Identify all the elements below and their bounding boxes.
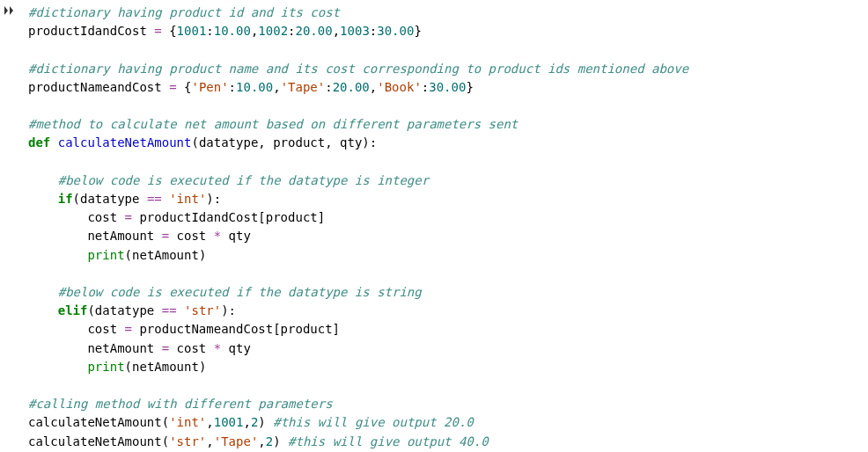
token-nm: , <box>370 80 377 94</box>
code-line[interactable]: cost = productNameandCost[product] <box>28 320 868 339</box>
token-op: = <box>162 341 169 355</box>
code-area[interactable]: #dictionary having product id and its co… <box>18 0 868 452</box>
token-op: == <box>147 192 162 206</box>
token-num: 1003 <box>340 24 370 38</box>
code-line[interactable]: if(datatype == 'int'): <box>28 190 868 208</box>
code-line[interactable] <box>28 376 868 395</box>
token-nm: , <box>243 415 250 429</box>
code-line[interactable]: productIdandCost = {1001:10.00,1002:20.0… <box>28 22 868 40</box>
token-str: 'Tape' <box>281 80 326 94</box>
token-str: 'str' <box>169 434 206 448</box>
token-nm <box>28 248 87 262</box>
token-kw: def <box>28 135 50 149</box>
code-line[interactable]: calculateNetAmount('int',1001,2) #this w… <box>28 413 868 432</box>
token-nm <box>177 303 184 317</box>
token-nm: ) <box>273 434 288 448</box>
token-c: #this will give output 40.0 <box>288 434 489 448</box>
token-nm: (datatype <box>87 303 161 317</box>
code-line[interactable]: elif(datatype == 'str'): <box>28 302 868 320</box>
code-line[interactable]: #dictionary having product id and its co… <box>28 4 868 22</box>
token-c: #this will give output 20.0 <box>273 415 474 429</box>
token-nm: netAmount <box>28 341 162 355</box>
token-op: * <box>214 341 221 355</box>
token-nm: productNameandCost[product] <box>132 322 340 336</box>
token-nm: cost <box>169 341 214 355</box>
token-nm: cost <box>28 210 125 224</box>
token-nm: productIdandCost <box>28 24 154 38</box>
token-str: 'Tape' <box>214 434 259 448</box>
token-kw: if <box>58 192 73 206</box>
token-c: #below code is executed if the datatype … <box>58 285 422 299</box>
token-nm <box>162 192 169 206</box>
token-nm: cost <box>169 229 214 243</box>
code-line[interactable]: #below code is executed if the datatype … <box>28 171 868 190</box>
editor-gutter <box>0 0 18 452</box>
token-c: #dictionary having product name and its … <box>28 62 688 76</box>
token-nm <box>28 285 58 299</box>
token-nm: netAmount <box>28 229 162 243</box>
token-op: * <box>214 229 221 243</box>
token-num: 1002 <box>258 24 288 38</box>
token-num: 20.00 <box>296 24 333 38</box>
code-line[interactable]: netAmount = cost * qty <box>28 227 868 245</box>
code-line[interactable] <box>28 265 868 283</box>
token-op: = <box>162 229 169 243</box>
code-line[interactable]: #below code is executed if the datatype … <box>28 283 868 302</box>
token-nm: ): <box>221 303 236 317</box>
token-fn: calculateNetAmount <box>58 135 192 149</box>
token-num: 20.00 <box>333 80 370 94</box>
token-nm: , <box>273 80 280 94</box>
token-op: == <box>162 303 177 317</box>
code-line[interactable]: def calculateNetAmount(datatype, product… <box>28 134 868 152</box>
code-line[interactable]: #method to calculate net amount based on… <box>28 115 868 134</box>
token-nm <box>28 360 87 374</box>
token-num: 30.00 <box>377 24 414 38</box>
run-cell-icon[interactable] <box>4 4 14 16</box>
code-line[interactable] <box>28 40 868 59</box>
token-num: 30.00 <box>429 80 466 94</box>
token-nm: (datatype, product, qty): <box>191 135 377 149</box>
token-nm <box>50 135 57 149</box>
token-nm: ): <box>206 192 221 206</box>
token-num: 1001 <box>177 24 207 38</box>
token-nm: productIdandCost[product] <box>132 210 325 224</box>
token-op: = <box>154 24 161 38</box>
token-str: 'Pen' <box>191 80 228 94</box>
code-line[interactable] <box>28 97 868 115</box>
code-line[interactable]: cost = productIdandCost[product] <box>28 208 868 227</box>
token-nm: } <box>466 80 473 94</box>
token-nm: (netAmount) <box>125 360 207 374</box>
token-nm: , <box>206 415 213 429</box>
token-nm: } <box>414 24 421 38</box>
token-nm: calculateNetAmount( <box>28 415 169 429</box>
code-editor: #dictionary having product id and its co… <box>0 0 868 452</box>
token-nm: qty <box>221 229 251 243</box>
token-num: 1001 <box>214 415 244 429</box>
token-nm: , <box>258 434 265 448</box>
token-num: 10.00 <box>214 24 251 38</box>
token-op: = <box>125 210 132 224</box>
token-nm: , <box>333 24 340 38</box>
token-nm: : <box>288 24 295 38</box>
token-nm: (netAmount) <box>125 248 207 262</box>
token-c: #method to calculate net amount based on… <box>28 117 518 131</box>
token-str: 'int' <box>169 192 206 206</box>
token-str: 'str' <box>184 303 221 317</box>
code-line[interactable]: print(netAmount) <box>28 246 868 265</box>
token-nm: productNameandCost <box>28 80 169 94</box>
token-c: #dictionary having product id and its co… <box>28 5 340 19</box>
token-nm: : <box>206 24 213 38</box>
token-kw: elif <box>58 303 88 317</box>
token-nm <box>28 192 58 206</box>
code-line[interactable]: calculateNetAmount('str','Tape',2) #this… <box>28 433 868 451</box>
token-nm: (datatype <box>73 192 147 206</box>
token-nm: : <box>370 24 377 38</box>
code-line[interactable]: netAmount = cost * qty <box>28 339 868 358</box>
code-line[interactable]: print(netAmount) <box>28 358 868 376</box>
token-nm: qty <box>221 341 251 355</box>
code-line[interactable]: #dictionary having product name and its … <box>28 60 868 78</box>
code-line[interactable] <box>28 153 868 171</box>
code-line[interactable]: #calling method with different parameter… <box>28 395 868 413</box>
token-c: #calling method with different parameter… <box>28 397 333 411</box>
code-line[interactable]: productNameandCost = {'Pen':10.00,'Tape'… <box>28 78 868 97</box>
